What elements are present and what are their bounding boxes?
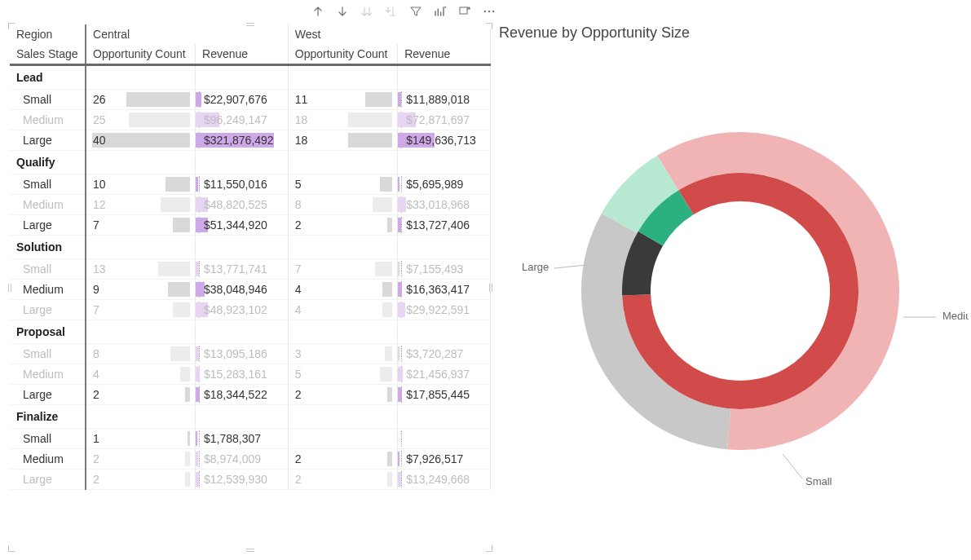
revenue-cell[interactable]: $149,636,713 [398,130,491,151]
revenue-cell[interactable]: $13,249,668 [398,470,491,490]
opp-count-cell[interactable]: 12 [86,195,195,215]
row-label[interactable]: Large [10,300,86,320]
table-row[interactable]: Small26$22,907,67611$11,889,018 [10,90,491,110]
row-label[interactable]: Medium [10,110,86,130]
opp-count-cell[interactable]: 2 [288,449,397,470]
group-header[interactable]: Lead [10,65,86,90]
resize-handle[interactable] [486,545,492,552]
resize-handle[interactable] [8,545,15,552]
table-row[interactable]: Medium25$96,249,14718$72,871,697 [10,110,491,130]
opp-count-cell[interactable]: 7 [288,259,397,280]
group-header[interactable]: Qualify [10,151,86,174]
opp-count-cell[interactable]: 40 [86,130,195,151]
revenue-cell[interactable]: $13,771,741 [196,259,289,280]
revenue-cell[interactable]: $321,876,492 [196,130,289,151]
drill-up-icon[interactable] [310,3,326,20]
more-options-icon[interactable] [481,3,497,20]
opp-count-cell[interactable]: 5 [288,364,397,385]
opp-count-cell[interactable]: 2 [288,215,397,236]
revenue-cell[interactable]: $18,344,522 [196,385,289,405]
revenue-cell[interactable]: $51,344,920 [196,215,289,236]
opp-count-cell[interactable]: 10 [86,174,195,195]
expand-next-level-icon[interactable] [359,3,375,20]
col-header-region[interactable]: West [288,24,490,44]
revenue-cell[interactable]: $12,539,930 [196,470,289,490]
revenue-cell[interactable]: $11,889,018 [398,90,491,110]
group-header[interactable]: Solution [10,236,86,259]
drill-down-icon[interactable] [334,3,351,20]
table-row[interactable]: Medium9$38,048,9464$16,363,417 [10,280,491,300]
opp-count-cell[interactable]: 26 [86,90,195,110]
opp-count-cell[interactable]: 4 [86,364,195,385]
row-label[interactable]: Medium [10,280,86,300]
filter-icon[interactable] [408,3,424,20]
opp-count-cell[interactable]: 5 [288,174,397,195]
donut-chart-visual[interactable]: Revenue by Opportunity Size LargeMediumS… [496,24,969,546]
opp-count-cell[interactable]: 2 [86,449,195,470]
table-row[interactable]: Medium2$8,974,0092$7,926,517 [10,449,491,470]
row-label[interactable]: Large [10,385,86,405]
table-row[interactable]: Medium12$48,820,5258$33,018,968 [10,195,491,215]
resize-handle[interactable] [246,23,254,26]
col-header-rev[interactable]: Revenue [196,44,289,65]
donut-svg[interactable]: LargeMediumSmall [496,46,969,503]
opp-count-cell[interactable]: 7 [86,215,195,236]
revenue-cell[interactable]: $22,907,676 [196,90,289,110]
col-header-oc[interactable]: Opportunity Count [288,44,397,65]
opp-count-cell[interactable]: 11 [288,90,397,110]
row-label[interactable]: Medium [10,364,86,385]
revenue-cell[interactable]: $7,155,493 [398,259,491,280]
table-row[interactable]: Large2$18,344,5222$17,855,445 [10,385,491,405]
opp-count-cell[interactable]: 4 [288,300,397,320]
opp-count-cell[interactable]: 9 [86,280,195,300]
row-header-stage[interactable]: Sales Stage [10,44,86,65]
row-label[interactable]: Small [10,259,86,280]
opp-count-cell[interactable]: 2 [288,385,397,405]
table-row[interactable]: Large2$12,539,9302$13,249,668 [10,470,491,490]
row-label[interactable]: Small [10,174,86,195]
row-label[interactable]: Small [10,90,86,110]
opp-count-cell[interactable]: 4 [288,280,397,300]
row-label[interactable]: Small [10,429,86,449]
table-row[interactable]: Large40$321,876,49218$149,636,713 [10,130,491,151]
focus-mode-icon[interactable] [457,3,473,20]
resize-handle[interactable] [8,23,15,29]
opp-count-cell[interactable]: 13 [86,259,195,280]
opp-count-cell[interactable] [288,429,397,449]
revenue-cell[interactable]: $15,283,161 [196,364,289,385]
row-label[interactable]: Large [10,215,86,236]
revenue-cell[interactable]: $48,820,525 [196,195,289,215]
opp-count-cell[interactable]: 3 [288,344,397,364]
resize-handle[interactable] [8,284,11,292]
opp-count-cell[interactable]: 8 [288,195,397,215]
row-header-region[interactable]: Region [10,24,86,44]
revenue-cell[interactable]: $16,363,417 [398,280,491,300]
revenue-cell[interactable]: $21,456,937 [398,364,491,385]
group-header[interactable]: Proposal [10,320,86,344]
opp-count-cell[interactable]: 2 [86,470,195,490]
revenue-cell[interactable]: $3,720,287 [398,344,491,364]
revenue-cell[interactable] [398,429,491,449]
table-row[interactable]: Medium4$15,283,1615$21,456,937 [10,364,491,385]
opp-count-cell[interactable]: 2 [288,470,397,490]
row-label[interactable]: Medium [10,449,86,470]
opp-count-cell[interactable]: 18 [288,130,397,151]
expand-all-icon[interactable] [383,3,399,20]
table-row[interactable]: Small1$1,788,307 [10,429,491,449]
matrix-table[interactable]: Region Central West Sales Stage Opportun… [10,24,491,490]
revenue-cell[interactable]: $96,249,147 [196,110,289,130]
revenue-cell[interactable]: $72,871,697 [398,110,491,130]
col-header-rev[interactable]: Revenue [398,44,491,65]
row-label[interactable]: Medium [10,195,86,215]
spotlight-icon[interactable] [432,3,448,20]
opp-count-cell[interactable]: 8 [86,344,195,364]
opp-count-cell[interactable]: 2 [86,385,195,405]
opp-count-cell[interactable]: 7 [86,300,195,320]
table-row[interactable]: Large7$48,923,1024$29,922,591 [10,300,491,320]
revenue-cell[interactable]: $29,922,591 [398,300,491,320]
revenue-cell[interactable]: $13,095,186 [196,344,289,364]
revenue-cell[interactable]: $11,550,016 [196,174,289,195]
revenue-cell[interactable]: $7,926,517 [398,449,491,470]
row-label[interactable]: Large [10,130,86,151]
row-label[interactable]: Large [10,470,86,490]
